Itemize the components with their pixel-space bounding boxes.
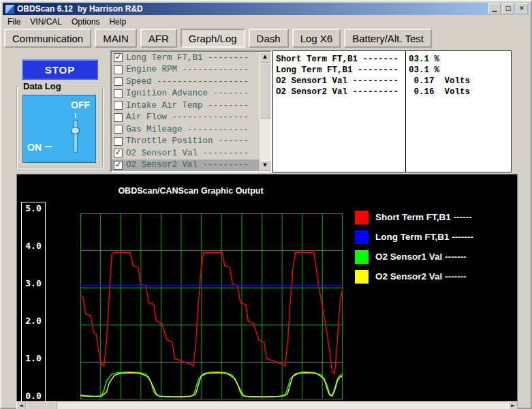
tab-battery-alt-test[interactable]: Battery/Alt. Test <box>344 29 432 48</box>
scroll-down-icon[interactable]: ▼ <box>260 160 270 171</box>
maximize-button[interactable]: □ <box>502 3 514 14</box>
horizontal-scrollbar[interactable]: ◄ ► <box>16 402 518 409</box>
tab-communication[interactable]: Communication <box>4 29 91 48</box>
data-log-group: Data Log OFF ON <box>16 86 104 169</box>
y-axis-tick: 5.0 <box>25 203 41 213</box>
window-title: OBDScan 6.12 by Harrison R&D <box>17 4 487 14</box>
pid-list-scrollbar[interactable]: ▲ ▼ <box>260 52 270 171</box>
pid-list-item[interactable]: ✓Long Term FT,B1 -------- <box>112 52 260 64</box>
reading-label: O2 Sensor2 Val --------- <box>276 87 398 97</box>
legend-label: Long Term FT,B1 ------- <box>375 232 473 242</box>
pid-label: Intake Air Temp -------- <box>126 101 249 110</box>
scroll-up-icon[interactable]: ▲ <box>260 52 270 63</box>
title-bar: OBDScan 6.12 by Harrison R&D ▁ □ ✕ <box>3 3 529 15</box>
checkbox-checked-icon[interactable]: ✓ <box>114 53 123 62</box>
chart-legend: Short Term FT,B1 ------Long Term FT,B1 -… <box>355 207 473 286</box>
graph-title: OBDScan/CANScan Graphic Output <box>58 186 324 196</box>
y-axis-tick: 2.0 <box>25 316 41 326</box>
scroll-right-icon[interactable]: ► <box>508 402 518 409</box>
app-icon <box>5 4 15 14</box>
pid-label: Long Term FT,B1 -------- <box>126 53 249 63</box>
tab-row: CommunicationMAINAFRGraph/LogDashLog X6B… <box>4 29 432 48</box>
legend-label: O2 Sensor2 Val ------- <box>375 271 467 282</box>
app-window: OBDScan 6.12 by Harrison R&D ▁ □ ✕ FileV… <box>0 0 532 409</box>
legend-swatch <box>355 270 369 284</box>
y-axis-tick: 0.0 <box>25 391 41 401</box>
readings-panel: Short Term FT,B1 -------03.1 %Long Term … <box>272 50 512 172</box>
data-log-off-label: OFF <box>71 100 90 110</box>
checkbox-unchecked-icon[interactable] <box>114 89 123 98</box>
pid-list-item[interactable]: ✓O2 Sensor1 Val --------- <box>112 147 260 160</box>
legend-item: O2 Sensor2 Val ------- <box>355 267 473 286</box>
data-log-slider-handle[interactable] <box>71 127 80 134</box>
scrollbar-thumb[interactable] <box>260 63 270 119</box>
y-axis-tick: 1.0 <box>25 353 41 363</box>
menu-help[interactable]: Help <box>104 16 131 27</box>
pid-label: Gas Mileage ------------ <box>126 125 249 134</box>
close-button[interactable]: ✕ <box>516 3 528 14</box>
readings-column-divider <box>405 51 406 172</box>
data-log-on-tick <box>45 146 52 147</box>
tab-dash[interactable]: Dash <box>249 29 289 48</box>
chart-plot <box>80 213 343 399</box>
checkbox-unchecked-icon[interactable] <box>114 125 123 134</box>
pid-list-item[interactable]: Speed ------------------ <box>112 76 260 88</box>
pid-label: Speed ------------------ <box>126 77 249 87</box>
scroll-left-icon[interactable]: ◄ <box>16 402 26 409</box>
pid-list-item[interactable]: Gas Mileage ------------ <box>112 123 260 136</box>
data-log-slider[interactable] <box>74 120 78 153</box>
tab-log-x6[interactable]: Log X6 <box>292 29 341 48</box>
pid-label: O2 Sensor1 Val --------- <box>126 149 249 158</box>
tab-afr[interactable]: AFR <box>140 29 177 48</box>
checkbox-checked-icon[interactable]: ✓ <box>114 149 123 157</box>
checkbox-checked-icon[interactable]: ✓ <box>114 161 123 170</box>
reading-value: 0.16 Volts <box>409 87 470 97</box>
pid-list-item[interactable]: Throttle Position ------ <box>112 136 260 148</box>
menu-options[interactable]: Options <box>67 16 104 27</box>
tab-graph-log[interactable]: Graph/Log <box>181 29 245 48</box>
legend-swatch <box>355 250 369 264</box>
checkbox-unchecked-icon[interactable] <box>114 113 123 122</box>
legend-label: O2 Sensor1 Val ------- <box>375 252 467 262</box>
y-axis-tick: 4.0 <box>25 241 41 251</box>
pid-label: Air Flow --------------- <box>126 112 249 122</box>
menu-vin-cal[interactable]: VIN/CAL <box>25 16 67 27</box>
checkbox-unchecked-icon[interactable] <box>114 77 123 86</box>
menu-file[interactable]: File <box>3 16 25 27</box>
pid-list-rows: ✓Long Term FT,B1 --------Engine RPM ----… <box>112 52 270 171</box>
pid-label: Ignition Advance ------- <box>126 89 249 98</box>
pid-list-item[interactable]: Air Flow --------------- <box>112 112 260 124</box>
legend-item: O2 Sensor1 Val ------- <box>355 247 473 267</box>
pid-label: O2 Sensor2 Val --------- <box>126 160 249 170</box>
legend-item: Short Term FT,B1 ------ <box>355 207 473 227</box>
pid-label: Throttle Position ------ <box>126 136 249 146</box>
scrollbar-thumb[interactable] <box>26 402 57 409</box>
legend-swatch <box>355 211 369 224</box>
pid-list-item[interactable]: Engine RPM ------------- <box>112 64 260 76</box>
reading-value: 03.1 % <box>409 55 439 64</box>
minimize-button[interactable]: ▁ <box>488 3 501 14</box>
legend-item: Long Term FT,B1 ------- <box>355 227 473 247</box>
tab-main[interactable]: MAIN <box>95 29 137 48</box>
checkbox-unchecked-icon[interactable] <box>114 101 123 110</box>
reading-value: 0.17 Volts <box>409 76 470 86</box>
checkbox-unchecked-icon[interactable] <box>114 137 123 146</box>
pid-list-item[interactable]: ✓O2 Sensor2 Val --------- <box>112 160 260 172</box>
reading-value: 03.1 % <box>409 65 439 75</box>
menu-bar: FileVIN/CALOptionsHelp <box>3 16 529 27</box>
pid-list-item[interactable]: Intake Air Temp -------- <box>112 100 260 112</box>
pid-checkbox-list: ✓Long Term FT,B1 --------Engine RPM ----… <box>110 50 272 172</box>
stop-button[interactable]: STOP <box>22 59 98 80</box>
graph-panel: OBDScan/CANScan Graphic Output 5.04.03.0… <box>16 174 518 402</box>
reading-label: Long Term FT,B1 -------- <box>276 65 398 75</box>
data-log-panel: OFF ON <box>22 95 96 163</box>
y-axis-tick: 3.0 <box>25 278 41 288</box>
reading-label: O2 Sensor1 Val --------- <box>276 76 398 86</box>
checkbox-unchecked-icon[interactable] <box>114 65 123 74</box>
pid-label: Engine RPM ------------- <box>126 65 249 74</box>
legend-label: Short Term FT,B1 ------ <box>375 212 472 222</box>
data-log-slider-tick <box>75 113 76 118</box>
pid-list-item[interactable]: Ignition Advance ------- <box>112 88 260 100</box>
data-log-on-label: ON <box>27 142 42 153</box>
y-axis-labels: 5.04.03.02.01.00.0 <box>21 202 46 402</box>
